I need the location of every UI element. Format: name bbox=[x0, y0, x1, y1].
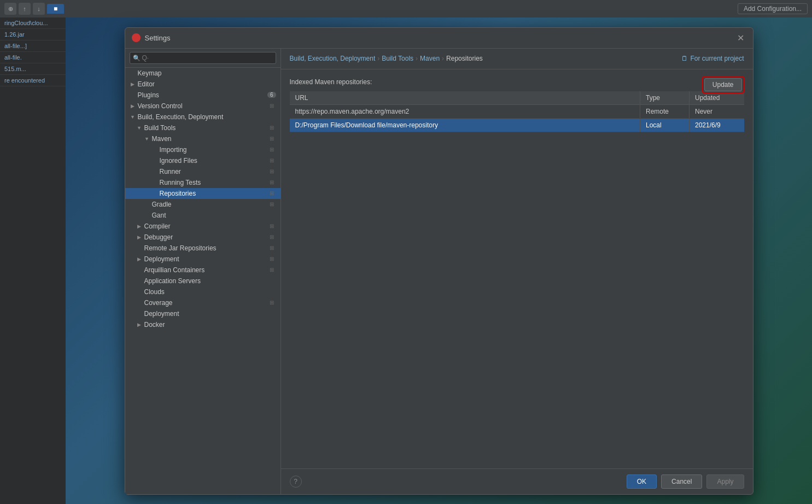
arrow-icon bbox=[136, 278, 143, 284]
apply-button[interactable]: Apply bbox=[706, 474, 744, 489]
breadcrumb-sep-3: › bbox=[442, 55, 444, 62]
side-panel-item[interactable]: all-file...] bbox=[0, 40, 66, 52]
tree-item-maven[interactable]: ▼ Maven ⊞ bbox=[125, 133, 281, 144]
tree-item-repositories[interactable]: Repositories ⊞ bbox=[125, 188, 281, 199]
arrow-icon: ▼ bbox=[144, 136, 150, 142]
tree-item-editor[interactable]: ▶ Editor bbox=[125, 79, 281, 90]
breadcrumb-build-tools[interactable]: Build Tools bbox=[382, 55, 413, 62]
tree-item-build-exec-deploy[interactable]: ▼ Build, Execution, Deployment bbox=[125, 112, 281, 122]
tree-item-ignored-files[interactable]: Ignored Files ⊞ bbox=[125, 155, 281, 166]
for-current-project-link[interactable]: 🗒 For current project bbox=[681, 55, 744, 62]
tree-panel: 🔍 Keymap ▶ Editor Plugins bbox=[125, 49, 281, 494]
toolbar-icon-1[interactable]: ⊕ bbox=[4, 3, 16, 15]
side-panel-item[interactable]: all-file. bbox=[0, 52, 66, 63]
arrow-icon: ▶ bbox=[136, 234, 143, 241]
tree-item-coverage[interactable]: Coverage ⊞ bbox=[125, 297, 281, 308]
tree-item-importing[interactable]: Importing ⊞ bbox=[125, 144, 281, 155]
tree-item-gradle[interactable]: Gradle ⊞ bbox=[125, 199, 281, 210]
tree-item-deployment2[interactable]: Deployment bbox=[125, 308, 281, 319]
dialog-close-button[interactable]: ✕ bbox=[735, 32, 746, 43]
arrow-icon bbox=[144, 201, 150, 208]
tree-item-runner[interactable]: Runner ⊞ bbox=[125, 166, 281, 177]
tree-item-gant[interactable]: Gant bbox=[125, 210, 281, 221]
cell-type: Local bbox=[640, 118, 690, 132]
ide-toolbar: ⊕ ↑ ↓ ■ Add Configuration... bbox=[0, 0, 812, 17]
settings-icon: ⊞ bbox=[270, 223, 276, 230]
settings-icon: ⊞ bbox=[270, 157, 276, 164]
settings-icon: ⊞ bbox=[270, 201, 276, 208]
tree-item-plugins[interactable]: Plugins 6 bbox=[125, 90, 281, 101]
toolbar-icon-3[interactable]: ↓ bbox=[33, 3, 45, 15]
arrow-icon bbox=[151, 179, 158, 186]
tree-item-docker[interactable]: ▶ Docker bbox=[125, 319, 281, 330]
settings-icon: ⊞ bbox=[270, 256, 276, 262]
dialog-overlay: Settings ✕ 🔍 Keymap bbox=[66, 17, 812, 504]
cell-updated: 2021/6/9 bbox=[690, 118, 744, 132]
tree-item-deployment[interactable]: ▶ Deployment ⊞ bbox=[125, 254, 281, 265]
tree-item-compiler[interactable]: ▶ Compiler ⊞ bbox=[125, 221, 281, 232]
settings-icon: ⊞ bbox=[270, 267, 276, 273]
tree-item-application-servers[interactable]: Application Servers bbox=[125, 276, 281, 286]
table-row[interactable]: D:/Program Files/Download file/maven-rep… bbox=[290, 118, 744, 132]
settings-icon: ⊞ bbox=[270, 300, 276, 306]
toolbar-tab[interactable]: ■ bbox=[47, 4, 64, 14]
tree-item-remote-jar[interactable]: Remote Jar Repositories ⊞ bbox=[125, 243, 281, 254]
repositories-table: URL Type Updated https://repo.maven.apac… bbox=[290, 91, 744, 132]
dialog-title-icon bbox=[132, 33, 141, 42]
tree-item-clouds[interactable]: Clouds bbox=[125, 286, 281, 297]
breadcrumb-sep-1: › bbox=[377, 55, 379, 62]
arrow-icon bbox=[151, 190, 158, 197]
tree-item-version-control[interactable]: ▶ Version Control ⊞ bbox=[125, 101, 281, 112]
col-header-url: URL bbox=[290, 91, 640, 105]
search-input[interactable] bbox=[130, 52, 276, 64]
breadcrumb: Build, Execution, Deployment › Build Too… bbox=[281, 49, 753, 69]
cell-url: D:/Program Files/Download file/maven-rep… bbox=[290, 118, 640, 132]
help-button[interactable]: ? bbox=[290, 476, 302, 488]
settings-dialog: Settings ✕ 🔍 Keymap bbox=[125, 27, 753, 495]
plugins-badge: 6 bbox=[267, 92, 276, 98]
cancel-button[interactable]: Cancel bbox=[661, 474, 702, 489]
arrow-icon: ▶ bbox=[136, 256, 143, 262]
update-highlight-border: Update bbox=[702, 76, 744, 93]
settings-icon: ⊞ bbox=[270, 168, 276, 175]
side-panel-item[interactable]: ringCloud\clou... bbox=[0, 17, 66, 29]
toolbar-icon-2[interactable]: ↑ bbox=[19, 3, 31, 15]
side-panel-item[interactable]: re encountered bbox=[0, 75, 66, 86]
tree-item-arquillian[interactable]: Arquillian Containers ⊞ bbox=[125, 265, 281, 276]
search-icon: 🔍 bbox=[133, 54, 141, 61]
arrow-icon bbox=[136, 267, 143, 273]
arrow-icon bbox=[136, 310, 143, 317]
settings-icon: ⊞ bbox=[270, 234, 276, 241]
arrow-icon: ▶ bbox=[136, 223, 143, 230]
table-row[interactable]: https://repo.maven.apache.org/maven2 Rem… bbox=[290, 104, 744, 118]
tree-item-keymap[interactable]: Keymap bbox=[125, 68, 281, 79]
settings-icon: ⊞ bbox=[270, 179, 276, 186]
breadcrumb-build-exec[interactable]: Build, Execution, Deployment bbox=[290, 55, 376, 62]
update-button-area: Update bbox=[702, 76, 744, 93]
add-configuration-button[interactable]: Add Configuration... bbox=[738, 3, 808, 14]
settings-icon: ⊞ bbox=[270, 146, 276, 153]
update-button[interactable]: Update bbox=[704, 78, 742, 91]
side-panel-item[interactable]: 1.26.jar bbox=[0, 29, 66, 40]
arrow-icon bbox=[130, 92, 136, 98]
dialog-body: 🔍 Keymap ▶ Editor Plugins bbox=[125, 49, 753, 494]
side-panel-item[interactable]: 515.m... bbox=[0, 63, 66, 75]
cell-url: https://repo.maven.apache.org/maven2 bbox=[290, 104, 640, 118]
section-title: Indexed Maven repositories: bbox=[290, 78, 744, 86]
settings-icon: ⊞ bbox=[270, 190, 276, 197]
col-header-type: Type bbox=[640, 91, 690, 105]
tree-item-debugger[interactable]: ▶ Debugger ⊞ bbox=[125, 232, 281, 243]
dialog-footer: ? OK Cancel Apply bbox=[281, 468, 753, 494]
arrow-icon bbox=[136, 289, 143, 295]
cell-updated: Never bbox=[690, 104, 744, 118]
ok-button[interactable]: OK bbox=[627, 474, 657, 489]
settings-icon: ⊞ bbox=[270, 245, 276, 251]
tree-item-build-tools[interactable]: ▼ Build Tools ⊞ bbox=[125, 122, 281, 133]
tree-item-running-tests[interactable]: Running Tests ⊞ bbox=[125, 177, 281, 188]
settings-icon: ⊞ bbox=[270, 125, 276, 131]
main-content: Indexed Maven repositories: URL Type Upd… bbox=[281, 69, 753, 468]
breadcrumb-maven[interactable]: Maven bbox=[420, 55, 440, 62]
arrow-icon: ▶ bbox=[130, 103, 136, 109]
arrow-icon bbox=[151, 168, 158, 175]
tree-content: Keymap ▶ Editor Plugins 6 ▶ Version Cont… bbox=[125, 68, 281, 494]
